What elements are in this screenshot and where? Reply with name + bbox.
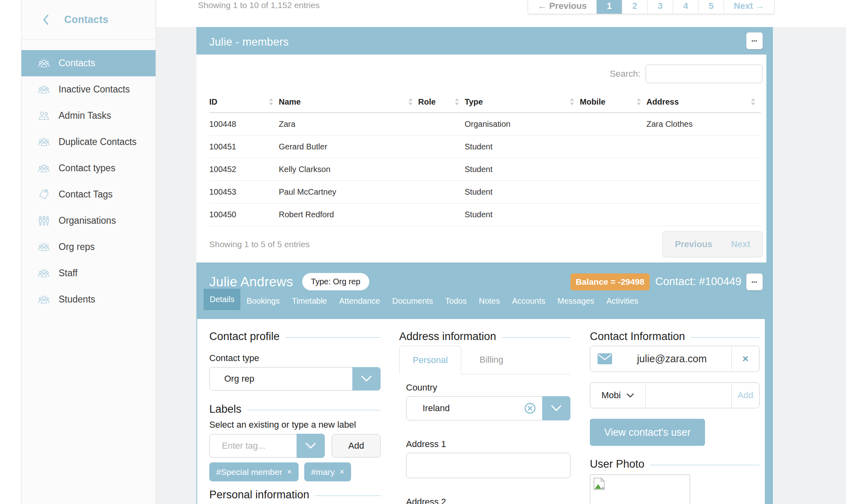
pagination-page-3[interactable]: 3 [647, 0, 673, 14]
sidebar-item-inactive-contacts[interactable]: Inactive Contacts [21, 76, 156, 103]
heading-rule [691, 337, 760, 338]
tag-remove-icon[interactable]: × [339, 467, 344, 477]
tab-bookings[interactable]: Bookings [240, 292, 286, 310]
pagination-page-1[interactable]: 1 [596, 0, 622, 14]
table-row[interactable]: 100451Gerard ButlerStudent [209, 136, 761, 158]
heading-rule [315, 496, 381, 496]
tab-documents[interactable]: Documents [386, 292, 439, 310]
sidebar-item-org-reps[interactable]: Org reps [21, 234, 156, 260]
clear-country-icon[interactable] [524, 402, 536, 414]
address-tab-billing[interactable]: Billing [461, 346, 522, 374]
table-row[interactable]: 100452Kelly ClarksonStudent [209, 158, 761, 181]
table-cell [580, 158, 646, 181]
view-contacts-user-button[interactable]: View contact's user [590, 419, 705, 446]
tags-row: #Special member×#mary× [209, 462, 381, 481]
people-group-icon [38, 136, 50, 148]
members-panel-menu-button[interactable]: ••• [746, 32, 763, 49]
pagination-page-2[interactable]: 2 [622, 0, 647, 14]
sidebar-item-contact-types[interactable]: Contact types [21, 155, 156, 181]
tag-icon [38, 188, 50, 201]
table-cell: Student [465, 158, 580, 181]
tab-activities[interactable]: Activities [600, 292, 644, 310]
contact-menu-button[interactable]: ••• [746, 273, 763, 290]
sidebar-item-label: Admin Tasks [59, 110, 111, 121]
tag-label: #mary [311, 467, 335, 477]
column-header-name[interactable]: Name [279, 91, 418, 113]
email-row: julie@zara.com × [590, 346, 760, 372]
address-tab-personal[interactable]: Personal [399, 346, 461, 374]
sort-up-icon [408, 98, 412, 101]
country-value: Ireland [406, 403, 450, 414]
chevron-down-icon [551, 405, 562, 412]
contact-type-select[interactable]: Org rep [209, 367, 381, 391]
address-fields: Country Ireland Address 1 Address 2 [399, 382, 570, 504]
sidebar-item-staff[interactable]: Staff [21, 260, 156, 286]
add-tag-button[interactable]: Add [332, 434, 381, 458]
column-header-address[interactable]: Address [646, 91, 761, 113]
table-row[interactable]: 100448ZaraOrganisationZara Clothes [209, 113, 761, 136]
phone-input[interactable] [646, 384, 732, 407]
tab-notes[interactable]: Notes [473, 292, 506, 310]
labels-heading: Labels [209, 403, 242, 416]
address1-input[interactable] [406, 453, 570, 478]
tab-messages[interactable]: Messages [551, 292, 600, 310]
column-header-type[interactable]: Type [465, 91, 580, 113]
sidebar-item-label: Organisations [59, 215, 116, 226]
table-cell: Kelly Clarkson [279, 158, 418, 181]
table-previous-button[interactable]: Previous [675, 239, 712, 250]
table-cell: Student [465, 136, 580, 158]
contact-type-dropdown-button[interactable] [352, 367, 381, 391]
left-gutter [0, 0, 21, 504]
sidebar-item-contact-tags[interactable]: Contact Tags [21, 181, 156, 208]
chevron-down-icon [305, 443, 316, 449]
sidebar-item-organisations[interactable]: Organisations [21, 208, 156, 234]
table-row[interactable]: 100450Robert RedfordStudent [209, 204, 761, 226]
sort-down-icon [570, 103, 574, 105]
tag-remove-icon[interactable]: × [287, 467, 292, 477]
tab-todos[interactable]: Todos [439, 292, 473, 310]
address-heading-row: Address information [399, 330, 570, 343]
tag-dropdown-button[interactable] [297, 434, 325, 458]
table-cell [580, 204, 646, 226]
sort-icon [455, 98, 459, 105]
tab-accounts[interactable]: Accounts [506, 292, 551, 310]
column-header-mobile[interactable]: Mobile [580, 91, 646, 113]
profile-column: Contact profile Contact type Org rep Lab… [209, 330, 381, 501]
tab-timetable[interactable]: Timetable [286, 292, 333, 310]
sidebar-item-label: Contact Tags [59, 189, 113, 200]
table-cell [646, 204, 761, 226]
table-cell [418, 181, 465, 204]
table-next-button[interactable]: Next [731, 239, 750, 250]
search-input[interactable] [646, 65, 762, 83]
row-divider [731, 346, 732, 372]
tag-label: #Special member [216, 467, 282, 477]
add-phone-button[interactable]: Add [732, 383, 759, 408]
table-cell [418, 136, 465, 158]
table-row[interactable]: 100453Paul McCartneyStudent [209, 181, 761, 204]
pagination-page-5[interactable]: 5 [698, 0, 724, 14]
entries-summary: Showing 1 to 10 of 1,152 entries [198, 0, 320, 10]
sidebar-item-students[interactable]: Students [21, 286, 156, 313]
sidebar-item-admin-tasks[interactable]: Admin Tasks [21, 103, 156, 129]
sidebar-item-contacts[interactable]: Contacts [21, 50, 156, 76]
table-cell: Paul McCartney [279, 181, 418, 204]
pagination-next-button[interactable]: Next → [724, 0, 774, 14]
table-cell [646, 181, 761, 204]
country-dropdown-button[interactable] [542, 396, 570, 420]
org-people-icon [38, 214, 50, 227]
chevron-down-icon [361, 376, 372, 382]
tab-details[interactable]: Details [204, 289, 240, 310]
sidebar-item-label: Contact types [59, 163, 116, 174]
sidebar-item-duplicate-contacts[interactable]: Duplicate Contacts [21, 129, 156, 155]
remove-email-button[interactable]: × [732, 353, 759, 365]
phone-type-value: Mobi [602, 390, 621, 401]
phone-type-select[interactable]: Mobi [590, 383, 646, 408]
sidebar-back-button[interactable]: Contacts [21, 0, 156, 40]
column-header-id[interactable]: ID [209, 91, 279, 113]
pagination-page-4[interactable]: 4 [673, 0, 698, 14]
pagination-previous-button[interactable]: ← Previous [528, 0, 596, 14]
column-header-role[interactable]: Role [418, 91, 465, 113]
table-cell: Gerard Butler [279, 136, 418, 158]
tab-attendance[interactable]: Attendance [333, 292, 386, 310]
country-select[interactable]: Ireland [406, 396, 570, 420]
